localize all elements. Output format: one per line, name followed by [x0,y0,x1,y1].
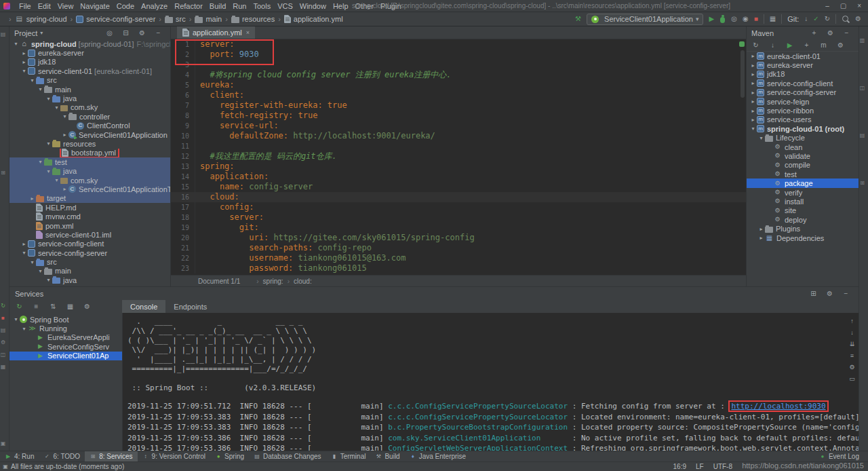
stripe-stop-icon[interactable] [0,314,7,322]
run-small-icon[interactable] [785,41,794,50]
menu-item[interactable]: File [16,2,35,10]
code-line[interactable]: 5 eureka: [171,80,746,90]
tree-row[interactable]: clean [747,143,859,151]
debug-button[interactable] [719,15,726,23]
expand-arrow[interactable]: ▾ [28,77,36,83]
code-line[interactable]: 16 cloud: [171,192,746,202]
expand-arrow[interactable]: ▸ [749,98,757,105]
expand-arrow[interactable]: ▾ [53,177,60,183]
toolwindow-button[interactable]: 9: Version Control [138,451,211,462]
tree-row[interactable]: ▸ service-config-client [747,79,859,88]
expand-arrow[interactable]: ▸ [749,117,757,123]
toolwindow-button[interactable]: Build [370,451,404,462]
breadcrumb-item[interactable]: main [186,15,222,23]
expand-arrow[interactable]: ▾ [37,86,44,92]
expand-arrow[interactable]: ▾ [20,326,28,332]
tree-row[interactable]: deploy [747,215,859,224]
breadcrumb-item[interactable]: application.yml [275,15,342,23]
expand-arrow[interactable]: ▸ [749,53,757,59]
code-line[interactable]: 4 #将spring cloud config server 注册到 eurek… [171,70,746,80]
tree-row[interactable]: ClientControl [9,121,170,130]
code-line[interactable]: 10 defaultZone: http://localhost:9001/eu… [171,131,746,141]
expand-arrow[interactable]: ▾ [45,277,52,283]
group-icon[interactable] [809,290,818,298]
tree-row[interactable]: ▾ test [9,157,170,166]
tree-row[interactable]: ▾ src [9,76,170,85]
layout-grid-icon[interactable]: ▦ [770,16,776,22]
breadcrumb-item[interactable]: src [155,15,185,23]
soft-wrap-icon[interactable] [848,352,856,360]
download-icon[interactable] [768,41,777,50]
code-line[interactable]: 15 name: config-server [171,182,746,192]
code-line[interactable]: 11 [171,141,746,151]
tree-row[interactable]: compile [747,161,859,170]
tree-row[interactable]: test [747,170,859,178]
stop-button[interactable]: ■ [754,16,758,22]
menu-item[interactable]: Help [330,2,352,10]
expand-arrow[interactable]: ▸ [749,108,757,114]
expand-arrow[interactable]: ▸ [20,59,28,65]
stripe-switcher-icon[interactable] [0,440,7,448]
expand-arrow[interactable]: ▾ [37,159,44,165]
tree-row[interactable]: pom.xml [9,221,170,230]
tree-row[interactable]: ▾ controller [9,112,170,121]
toolwindow-button[interactable]: 8: Services [85,451,137,462]
git-commit-button[interactable]: ✓ [813,16,818,22]
code-line[interactable]: 9 service-url: [171,121,746,131]
expand-arrow[interactable]: ▸ [757,235,765,241]
menu-item[interactable]: Tools [250,2,274,10]
expand-arrow[interactable]: ▾ [53,105,60,111]
tree-row[interactable]: ServiceClient01Ap [9,352,122,360]
expand-arrow[interactable]: ▾ [757,135,765,141]
tree-row[interactable]: ▸ ServiceClient01Application [9,130,170,139]
hide-icon[interactable] [154,29,163,37]
tree-row[interactable]: ▾ src [9,257,170,266]
tree-row[interactable]: ▾ service-config-server [9,248,170,257]
add-icon[interactable] [810,29,818,37]
tree-row[interactable]: ▸ service-feign [747,97,859,106]
git-revert-button[interactable]: ↻ [825,16,830,22]
tree-row[interactable]: ▸ eureka-server [9,48,170,57]
tree-row[interactable]: ▾ java [9,166,170,175]
clear-icon[interactable] [848,375,856,383]
hide-icon[interactable] [842,290,850,298]
hide-icon[interactable] [842,29,851,37]
code-line[interactable]: 17 config: [171,202,746,212]
stripe-ant-icon[interactable] [858,132,867,140]
editor-tab[interactable]: application.yml × [177,26,255,39]
code-line[interactable]: 19 git: [171,223,746,233]
expand-arrow[interactable]: ▾ [45,96,52,102]
tree-row[interactable]: ▾ Lifecycle [747,134,859,143]
breadcrumb-item[interactable]: spring-cloud [5,15,67,23]
git-update-button[interactable]: ↓ [804,16,808,22]
tree-row[interactable]: ▾ Running [9,324,122,333]
tree-row[interactable]: ▸ service-config-server [747,88,859,97]
settings-icon[interactable] [826,29,835,37]
tree-row[interactable]: ▾ spring-cloud-01 (root) [747,124,859,133]
menu-item[interactable]: View [54,2,77,10]
tree-row[interactable]: ▸ eureka-server [747,60,859,69]
stripe-maven-icon[interactable] [858,37,867,45]
close-button[interactable]: × [857,2,861,10]
code-line[interactable]: 20 uri: https://gitee.com/sky061015/spri… [171,233,746,243]
collapse-all-icon[interactable] [121,29,130,37]
tree-row[interactable]: ▸ target [9,194,170,203]
tree-row[interactable]: ▸ service-users [747,115,859,124]
tree-row[interactable]: HELP.md [9,203,170,212]
tree-row[interactable]: ▾ com.sky [9,176,170,185]
tree-row[interactable]: EurekaServerAppli [9,333,122,342]
sort-icon[interactable] [49,303,58,311]
expand-arrow[interactable]: ▾ [20,68,28,74]
tree-row[interactable]: ▾ service-client-01 [eureka-client-01] [9,67,170,75]
tree-row[interactable]: bootstrap.yml [9,149,170,157]
code-line[interactable]: 8 fetch-registry: true [171,111,746,121]
code-line[interactable]: 14 application: [171,172,746,182]
console-link[interactable]: http://localhost:9030 [728,400,828,412]
toolwindow-switcher-icon[interactable]: ▣ [0,464,11,470]
expand-arrow[interactable]: ▸ [749,90,757,96]
code-line[interactable]: 7 register-with-eureka: true [171,100,746,111]
menu-item[interactable]: Window [296,2,330,10]
tree-row[interactable]: ▾ java [9,276,170,284]
stripe-layout-icon[interactable] [0,351,7,359]
tree-row[interactable]: install [747,197,859,206]
